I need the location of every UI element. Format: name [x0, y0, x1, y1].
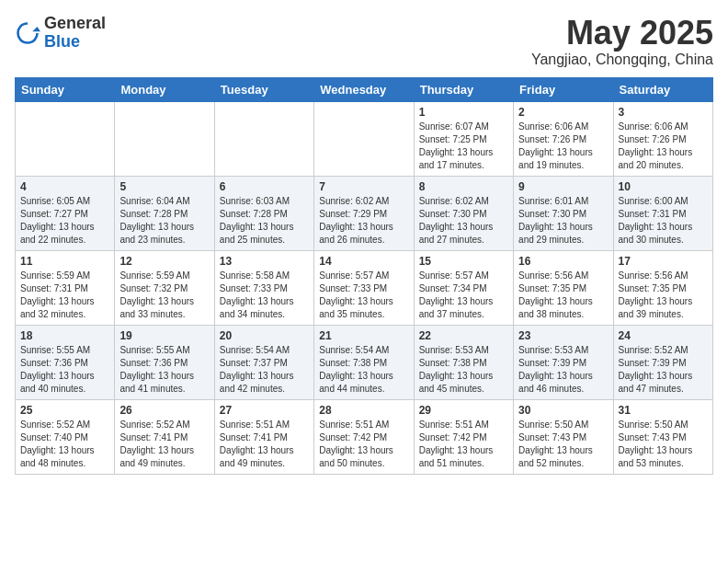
day-info: Sunrise: 5:52 AM Sunset: 7:40 PM Dayligh…: [20, 419, 109, 470]
logo-general-text: General: [44, 15, 106, 33]
weekday-header-row: SundayMondayTuesdayWednesdayThursdayFrid…: [16, 77, 713, 101]
day-number: 18: [20, 329, 109, 342]
calendar-cell: 8Sunrise: 6:02 AM Sunset: 7:30 PM Daylig…: [414, 176, 513, 250]
weekday-header-friday: Friday: [514, 77, 613, 101]
calendar-cell: 4Sunrise: 6:05 AM Sunset: 7:27 PM Daylig…: [16, 176, 115, 250]
calendar-cell: 31Sunrise: 5:50 AM Sunset: 7:43 PM Dayli…: [613, 399, 712, 474]
weekday-header-sunday: Sunday: [16, 77, 115, 101]
day-info: Sunrise: 5:57 AM Sunset: 7:34 PM Dayligh…: [419, 270, 508, 321]
day-info: Sunrise: 5:50 AM Sunset: 7:43 PM Dayligh…: [518, 419, 608, 470]
weekday-header-thursday: Thursday: [414, 77, 513, 101]
day-info: Sunrise: 5:51 AM Sunset: 7:42 PM Dayligh…: [319, 419, 408, 470]
weekday-header-saturday: Saturday: [613, 77, 712, 101]
day-number: 12: [119, 255, 209, 268]
calendar-cell: [115, 101, 214, 176]
calendar-cell: 14Sunrise: 5:57 AM Sunset: 7:33 PM Dayli…: [314, 250, 414, 325]
day-info: Sunrise: 6:06 AM Sunset: 7:26 PM Dayligh…: [518, 121, 608, 172]
calendar-week-4: 18Sunrise: 5:55 AM Sunset: 7:36 PM Dayli…: [16, 325, 713, 399]
weekday-header-monday: Monday: [115, 77, 214, 101]
calendar-cell: 27Sunrise: 5:51 AM Sunset: 7:41 PM Dayli…: [214, 399, 313, 474]
day-number: 20: [220, 329, 309, 342]
calendar-cell: 21Sunrise: 5:54 AM Sunset: 7:38 PM Dayli…: [314, 325, 414, 399]
weekday-header-tuesday: Tuesday: [214, 77, 313, 101]
day-number: 11: [20, 255, 109, 268]
day-number: 16: [518, 255, 608, 268]
calendar-cell: 15Sunrise: 5:57 AM Sunset: 7:34 PM Dayli…: [414, 250, 513, 325]
day-info: Sunrise: 5:51 AM Sunset: 7:41 PM Dayligh…: [220, 419, 309, 470]
day-number: 8: [419, 180, 508, 193]
calendar-cell: 25Sunrise: 5:52 AM Sunset: 7:40 PM Dayli…: [16, 399, 115, 474]
day-info: Sunrise: 5:52 AM Sunset: 7:41 PM Dayligh…: [119, 419, 209, 470]
calendar-cell: [214, 101, 313, 176]
day-info: Sunrise: 6:00 AM Sunset: 7:31 PM Dayligh…: [619, 195, 708, 247]
day-number: 7: [319, 180, 408, 193]
calendar-cell: 12Sunrise: 5:59 AM Sunset: 7:32 PM Dayli…: [115, 250, 214, 325]
calendar-cell: 18Sunrise: 5:55 AM Sunset: 7:36 PM Dayli…: [16, 325, 115, 399]
day-number: 28: [319, 404, 408, 417]
day-info: Sunrise: 5:53 AM Sunset: 7:38 PM Dayligh…: [419, 344, 508, 396]
day-number: 10: [619, 180, 708, 193]
calendar-cell: 22Sunrise: 5:53 AM Sunset: 7:38 PM Dayli…: [414, 325, 513, 399]
day-number: 17: [619, 255, 708, 268]
day-info: Sunrise: 5:52 AM Sunset: 7:39 PM Dayligh…: [619, 344, 708, 396]
page-header: General Blue May 2025 Yangjiao, Chongqin…: [15, 15, 713, 68]
calendar-cell: 17Sunrise: 5:56 AM Sunset: 7:35 PM Dayli…: [613, 250, 712, 325]
day-info: Sunrise: 6:04 AM Sunset: 7:28 PM Dayligh…: [119, 195, 209, 247]
day-number: 14: [319, 255, 408, 268]
calendar-cell: 13Sunrise: 5:58 AM Sunset: 7:33 PM Dayli…: [214, 250, 313, 325]
day-info: Sunrise: 5:56 AM Sunset: 7:35 PM Dayligh…: [518, 270, 608, 321]
calendar-cell: 29Sunrise: 5:51 AM Sunset: 7:42 PM Dayli…: [414, 399, 513, 474]
day-info: Sunrise: 5:55 AM Sunset: 7:36 PM Dayligh…: [20, 344, 109, 396]
calendar-cell: 28Sunrise: 5:51 AM Sunset: 7:42 PM Dayli…: [314, 399, 414, 474]
day-info: Sunrise: 6:02 AM Sunset: 7:29 PM Dayligh…: [319, 195, 408, 247]
day-number: 24: [619, 329, 708, 342]
day-info: Sunrise: 5:50 AM Sunset: 7:43 PM Dayligh…: [619, 419, 708, 470]
day-info: Sunrise: 5:59 AM Sunset: 7:31 PM Dayligh…: [20, 270, 109, 321]
calendar-cell: 30Sunrise: 5:50 AM Sunset: 7:43 PM Dayli…: [514, 399, 613, 474]
day-number: 23: [518, 329, 608, 342]
calendar-cell: 1Sunrise: 6:07 AM Sunset: 7:25 PM Daylig…: [414, 101, 513, 176]
day-number: 26: [119, 404, 209, 417]
day-number: 1: [419, 106, 508, 119]
location-title: Yangjiao, Chongqing, China: [531, 52, 713, 68]
logo-text: General Blue: [44, 15, 106, 52]
calendar-cell: 20Sunrise: 5:54 AM Sunset: 7:37 PM Dayli…: [214, 325, 313, 399]
calendar-week-1: 1Sunrise: 6:07 AM Sunset: 7:25 PM Daylig…: [16, 101, 713, 176]
day-number: 27: [220, 404, 309, 417]
calendar-cell: 16Sunrise: 5:56 AM Sunset: 7:35 PM Dayli…: [514, 250, 613, 325]
day-number: 29: [419, 404, 508, 417]
svg-marker-0: [32, 27, 40, 31]
day-info: Sunrise: 5:56 AM Sunset: 7:35 PM Dayligh…: [619, 270, 708, 321]
day-info: Sunrise: 6:05 AM Sunset: 7:27 PM Dayligh…: [20, 195, 109, 247]
calendar-cell: 23Sunrise: 5:53 AM Sunset: 7:39 PM Dayli…: [514, 325, 613, 399]
month-title: May 2025: [531, 15, 713, 52]
day-info: Sunrise: 6:02 AM Sunset: 7:30 PM Dayligh…: [419, 195, 508, 247]
calendar-cell: 3Sunrise: 6:06 AM Sunset: 7:26 PM Daylig…: [613, 101, 712, 176]
day-number: 9: [518, 180, 608, 193]
calendar-week-2: 4Sunrise: 6:05 AM Sunset: 7:27 PM Daylig…: [16, 176, 713, 250]
day-number: 3: [619, 106, 708, 119]
day-number: 4: [20, 180, 109, 193]
day-number: 5: [119, 180, 209, 193]
weekday-header-wednesday: Wednesday: [314, 77, 414, 101]
day-number: 13: [220, 255, 309, 268]
calendar-cell: 7Sunrise: 6:02 AM Sunset: 7:29 PM Daylig…: [314, 176, 414, 250]
day-number: 31: [619, 404, 708, 417]
day-number: 6: [220, 180, 309, 193]
day-number: 22: [419, 329, 508, 342]
day-number: 25: [20, 404, 109, 417]
logo-blue-text: Blue: [44, 33, 106, 52]
calendar-cell: 10Sunrise: 6:00 AM Sunset: 7:31 PM Dayli…: [613, 176, 712, 250]
day-info: Sunrise: 6:07 AM Sunset: 7:25 PM Dayligh…: [419, 121, 508, 172]
calendar-cell: 6Sunrise: 6:03 AM Sunset: 7:28 PM Daylig…: [214, 176, 313, 250]
day-info: Sunrise: 6:03 AM Sunset: 7:28 PM Dayligh…: [220, 195, 309, 247]
calendar-table: SundayMondayTuesdayWednesdayThursdayFrid…: [15, 77, 713, 475]
calendar-cell: 5Sunrise: 6:04 AM Sunset: 7:28 PM Daylig…: [115, 176, 214, 250]
day-number: 30: [518, 404, 608, 417]
day-info: Sunrise: 5:59 AM Sunset: 7:32 PM Dayligh…: [119, 270, 209, 321]
day-info: Sunrise: 5:54 AM Sunset: 7:37 PM Dayligh…: [220, 344, 309, 396]
calendar-cell: 11Sunrise: 5:59 AM Sunset: 7:31 PM Dayli…: [16, 250, 115, 325]
day-info: Sunrise: 6:01 AM Sunset: 7:30 PM Dayligh…: [518, 195, 608, 247]
day-info: Sunrise: 5:58 AM Sunset: 7:33 PM Dayligh…: [220, 270, 309, 321]
day-info: Sunrise: 5:57 AM Sunset: 7:33 PM Dayligh…: [319, 270, 408, 321]
